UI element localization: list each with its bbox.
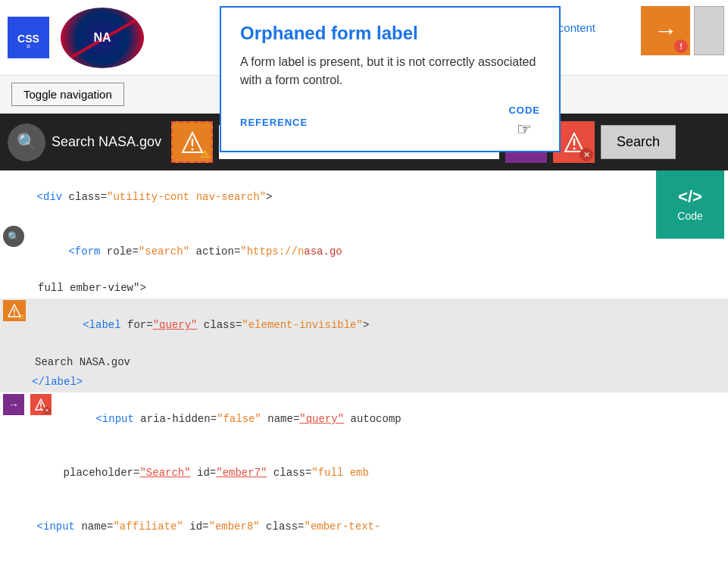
toggle-navigation-button[interactable]: Toggle navigation [11,83,124,106]
svg-point-5 [191,148,193,150]
mini-x-badge: ✕ [43,407,51,414]
top-bar: CSS ≡ NA Orphaned form label A form labe… [0,0,728,76]
code-line-label: <label for="query" class="element-invisi… [29,299,728,352]
svg-point-14 [40,408,42,409]
code-label-block: <label for="query" class="element-invisi… [29,299,728,392]
small-purple-arrow: → [3,394,24,415]
small-warning-tag: ⚠ [3,300,26,321]
small-red-tag: ✕ [30,394,52,415]
cursor-icon: ☞ [517,120,532,139]
warning-badge: ! [674,39,688,53]
svg-point-11 [14,314,15,315]
code-symbol: </> [678,187,702,207]
tooltip-body: A form label is present, but it is not c… [240,53,540,89]
gray-strip-button [694,6,724,55]
code-line-input-2: placeholder="Search" id="ember7" class="… [0,446,728,500]
code-line-2b: full ember-view"> [0,278,728,298]
search-circle-icon: 🔍 [8,123,45,161]
top-right-buttons: → ! [641,6,724,55]
small-search-icon: 🔍 [3,226,24,247]
tooltip-popup: Orphaned form label A form label is pres… [220,6,561,152]
code-link[interactable]: CODE [508,105,540,116]
code-row-label: ⚠ <label for="query" class="element-invi… [0,299,728,392]
code-line-affiliate-2: value="nasa"> [0,554,728,572]
tooltip-title: Orphaned form label [240,23,540,44]
teal-code-button[interactable]: </> Code [656,170,724,239]
reference-link[interactable]: REFERENCE [240,117,308,128]
search-label: Search NASA.gov [52,134,161,150]
orange-arrow-button[interactable]: → ! [641,6,690,55]
css-icon: CSS ≡ [8,17,49,58]
code-line-2: <form role="search" action="https://nasa… [27,224,354,278]
code-line-close-label: </label> [29,372,728,392]
code-line-affiliate: <input name="affiliate" id="ember8" clas… [0,500,728,554]
svg-text:≡: ≡ [27,42,30,50]
code-row-input: → ✕ <input aria-hidden="false" name="que… [0,392,728,446]
tooltip-links: REFERENCE CODE ☞ [240,105,540,139]
code-line-1: <div class="utility-cont nav-search"> [0,170,728,224]
code-text-label: Code [677,210,702,222]
code-line-search-nasagov: Search NASA.gov [29,352,728,372]
code-area: </> Code <div class="utility-cont nav-se… [0,170,728,572]
x-badge: ✕ [580,148,593,161]
svg-point-8 [573,147,575,149]
search-button[interactable]: Search [601,125,676,159]
code-line-input: <input aria-hidden="false" name="query" … [55,392,728,446]
nasa-logo: NA [61,8,144,68]
code-row-2: 🔍 <form role="search" action="https://na… [0,224,728,278]
warning-tag-icon [171,121,213,163]
